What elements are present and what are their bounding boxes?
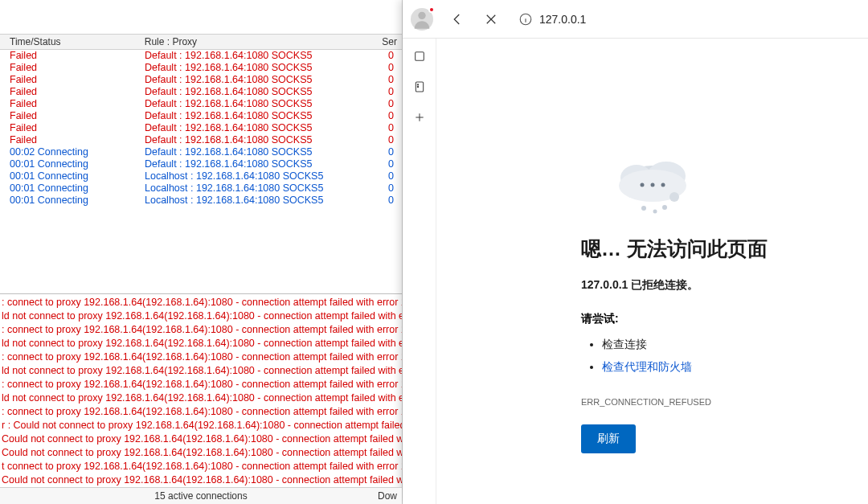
error-title: 嗯… 无法访问此页面 [581, 236, 768, 262]
cell-rule: Default : 192.168.1.64:1080 SOCKS5 [145, 158, 383, 170]
cell-ser: 0 [383, 74, 402, 86]
cell-ser: 0 [383, 62, 402, 74]
svg-point-15 [650, 183, 654, 187]
cell-rule: Default : 192.168.1.64:1080 SOCKS5 [145, 86, 383, 98]
cell-rule: Default : 192.168.1.64:1080 SOCKS5 [145, 134, 383, 146]
cell-status: 00:01 Connecting [0, 195, 145, 207]
log-line: : connect to proxy 192.168.1.64(192.168.… [0, 350, 402, 364]
svg-point-18 [641, 206, 646, 211]
log-line: ld not connect to proxy 192.168.1.64(192… [0, 309, 402, 323]
site-info-icon[interactable] [517, 10, 534, 28]
cell-rule: Localhost : 192.168.1.64:1080 SOCKS5 [145, 170, 383, 182]
cell-ser: 0 [383, 158, 402, 170]
connection-row[interactable]: 00:01 ConnectingLocalhost : 192.168.1.64… [0, 170, 402, 182]
back-button[interactable] [443, 5, 472, 34]
svg-rect-5 [416, 82, 423, 92]
vertical-tabs [403, 39, 436, 504]
refresh-button[interactable]: 刷新 [581, 424, 636, 453]
log-line: Could not connect to proxy 192.168.1.64(… [0, 473, 402, 487]
svg-rect-4 [415, 52, 424, 61]
cell-rule: Default : 192.168.1.64:1080 SOCKS5 [145, 74, 383, 86]
cell-status: 00:01 Connecting [0, 182, 145, 195]
cell-status: Failed [0, 98, 145, 110]
cell-ser: 0 [383, 110, 402, 122]
cell-status: 00:02 Connecting [0, 146, 145, 158]
address-bar[interactable]: 127.0.0.1 [510, 6, 860, 33]
cell-ser: 0 [383, 182, 402, 195]
cell-ser: 0 [383, 195, 402, 207]
cell-ser: 0 [383, 98, 402, 110]
connection-row[interactable]: FailedDefault : 192.168.1.64:1080 SOCKS5… [0, 86, 402, 98]
connection-row[interactable]: 00:01 ConnectingLocalhost : 192.168.1.64… [0, 182, 402, 195]
cell-ser: 0 [383, 50, 402, 62]
connection-grid[interactable]: FailedDefault : 192.168.1.64:1080 SOCKS5… [0, 50, 402, 207]
tab-page-icon[interactable] [408, 76, 431, 98]
svg-point-7 [417, 86, 418, 87]
cell-ser: 0 [383, 146, 402, 158]
connection-row[interactable]: 00:01 ConnectingLocalhost : 192.168.1.64… [0, 195, 402, 207]
log-line: : connect to proxy 192.168.1.64(192.168.… [0, 296, 402, 309]
cell-rule: Localhost : 192.168.1.64:1080 SOCKS5 [145, 182, 383, 195]
log-line: t connect to proxy 192.168.1.64(192.168.… [0, 460, 402, 473]
status-bar: 15 active connections Dow [0, 487, 402, 504]
svg-point-17 [669, 192, 679, 202]
log-pane[interactable]: : connect to proxy 192.168.1.64(192.168.… [0, 294, 402, 487]
tab-square-icon[interactable] [408, 45, 431, 68]
browser-window: 127.0.0.1 [403, 0, 868, 504]
browser-toolbar: 127.0.0.1 [403, 0, 868, 39]
connection-row[interactable]: FailedDefault : 192.168.1.64:1080 SOCKS5… [0, 62, 402, 74]
log-line: : connect to proxy 192.168.1.64(192.168.… [0, 378, 402, 391]
profile-avatar[interactable] [411, 8, 433, 31]
connection-row[interactable]: FailedDefault : 192.168.1.64:1080 SOCKS5… [0, 122, 402, 134]
log-line: ld not connect to proxy 192.168.1.64(192… [0, 391, 402, 405]
cell-ser: 0 [383, 86, 402, 98]
log-line: ld not connect to proxy 192.168.1.64(192… [0, 364, 402, 378]
try-item-check-proxy-link[interactable]: 检查代理和防火墙 [602, 361, 692, 373]
try-label: 请尝试: [581, 312, 619, 326]
connection-row[interactable]: FailedDefault : 192.168.1.64:1080 SOCKS5… [0, 74, 402, 86]
address-text: 127.0.0.1 [539, 13, 586, 26]
error-page: 嗯… 无法访问此页面 127.0.0.1 已拒绝连接。 请尝试: 检查连接 检查… [436, 39, 868, 504]
log-line: Could not connect to proxy 192.168.1.64(… [0, 432, 402, 446]
left-top-spacer [0, 0, 402, 34]
cell-status: Failed [0, 122, 145, 134]
log-line: ld not connect to proxy 192.168.1.64(192… [0, 337, 402, 350]
svg-point-6 [417, 84, 418, 85]
connection-row[interactable]: FailedDefault : 192.168.1.64:1080 SOCKS5… [0, 98, 402, 110]
notification-dot-icon [428, 6, 435, 13]
col-header-time[interactable]: Time/Status [0, 36, 145, 47]
stop-button[interactable] [477, 5, 506, 34]
cell-status: 00:01 Connecting [0, 170, 145, 182]
grid-header: Time/Status Rule : Proxy Ser [0, 34, 402, 50]
col-header-ser[interactable]: Ser [382, 36, 402, 47]
connection-row[interactable]: 00:02 ConnectingDefault : 192.168.1.64:1… [0, 146, 402, 158]
svg-point-14 [640, 183, 644, 187]
status-active-connections: 15 active connections [154, 490, 247, 502]
error-code: ERR_CONNECTION_REFUSED [581, 397, 711, 407]
connection-row[interactable]: FailedDefault : 192.168.1.64:1080 SOCKS5… [0, 50, 402, 62]
log-line: r : Could not connect to proxy 192.168.1… [0, 419, 402, 432]
status-right: Dow [378, 490, 397, 502]
cell-status: Failed [0, 62, 145, 74]
new-tab-button[interactable] [408, 106, 431, 129]
connection-row[interactable]: FailedDefault : 192.168.1.64:1080 SOCKS5… [0, 110, 402, 122]
connection-row[interactable]: 00:01 ConnectingDefault : 192.168.1.64:1… [0, 158, 402, 170]
proxy-app-panel: Time/Status Rule : Proxy Ser FailedDefau… [0, 0, 403, 504]
cell-status: Failed [0, 110, 145, 122]
cell-ser: 0 [383, 134, 402, 146]
cloud-sad-icon [608, 147, 697, 219]
connection-row[interactable]: FailedDefault : 192.168.1.64:1080 SOCKS5… [0, 134, 402, 146]
error-subtitle: 127.0.0.1 已拒绝连接。 [581, 278, 698, 293]
svg-point-19 [653, 210, 657, 214]
cell-status: Failed [0, 50, 145, 62]
cell-ser: 0 [383, 122, 402, 134]
cell-status: Failed [0, 74, 145, 86]
grid-empty-space [0, 207, 402, 290]
log-line: : connect to proxy 192.168.1.64(192.168.… [0, 405, 402, 419]
log-line: : connect to proxy 192.168.1.64(192.168.… [0, 323, 402, 337]
log-line: Could not connect to proxy 192.168.1.64(… [0, 446, 402, 460]
cell-rule: Default : 192.168.1.64:1080 SOCKS5 [145, 110, 383, 122]
cell-ser: 0 [383, 170, 402, 182]
col-header-rule[interactable]: Rule : Proxy [145, 36, 383, 47]
cell-status: Failed [0, 86, 145, 98]
